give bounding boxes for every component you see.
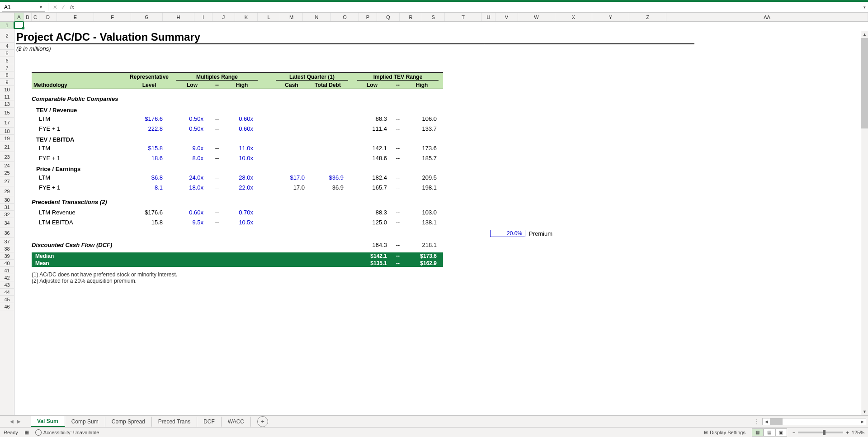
col-header-AA[interactable]: AA	[666, 13, 868, 21]
col-header-T[interactable]: T	[445, 13, 482, 21]
col-header-W[interactable]: W	[518, 13, 555, 21]
row-header-38[interactable]: 38	[0, 245, 14, 252]
fx-icon[interactable]: fx	[70, 4, 74, 10]
col-header-Y[interactable]: Y	[592, 13, 629, 21]
col-header-E[interactable]: E	[57, 13, 94, 21]
col-header-Z[interactable]: Z	[629, 13, 666, 21]
row-header-9[interactable]: 9	[0, 79, 14, 86]
select-all-corner[interactable]	[0, 13, 14, 21]
col-header-M[interactable]: M	[280, 13, 303, 21]
row-header-17[interactable]: 17	[0, 118, 14, 128]
scroll-thumb[interactable]	[861, 38, 868, 128]
row-header-45[interactable]: 45	[0, 296, 14, 303]
row-header-18[interactable]: 18	[0, 128, 14, 135]
sheet-tab-comp-sum[interactable]: Comp Sum	[65, 417, 105, 427]
zoom-level[interactable]: 125%	[852, 430, 864, 435]
row-header-7[interactable]: 7	[0, 64, 14, 71]
row-header-32[interactable]: 32	[0, 211, 14, 218]
col-header-S[interactable]: S	[422, 13, 445, 21]
view-normal-button[interactable]: ▦	[752, 428, 764, 437]
name-box-dropdown-icon[interactable]: ▼	[39, 5, 43, 10]
row-header-13[interactable]: 13	[0, 100, 14, 108]
sheet-tab-wacc[interactable]: WACC	[222, 417, 251, 427]
sheet-tab-comp-spread[interactable]: Comp Spread	[105, 417, 152, 427]
row-header-19[interactable]: 19	[0, 135, 14, 142]
col-header-J[interactable]: J	[212, 13, 235, 21]
tab-options-icon[interactable]: ⋮	[754, 418, 760, 425]
row-header-25[interactable]: 25	[0, 169, 14, 176]
row-header-43[interactable]: 43	[0, 281, 14, 289]
row-header-21[interactable]: 21	[0, 142, 14, 152]
sheet-tab-preced-trans[interactable]: Preced Trans	[152, 417, 197, 427]
row-header-42[interactable]: 42	[0, 274, 14, 281]
row-header-29[interactable]: 29	[0, 186, 14, 196]
scroll-track[interactable]	[861, 38, 868, 408]
row-header-34[interactable]: 34	[0, 218, 14, 228]
col-header-H[interactable]: H	[163, 13, 194, 21]
row-header-27[interactable]: 27	[0, 176, 14, 186]
col-header-G[interactable]: G	[131, 13, 163, 21]
tab-next-icon[interactable]: ▶	[17, 419, 21, 424]
row-header-30[interactable]: 30	[0, 196, 14, 204]
col-header-R[interactable]: R	[400, 13, 422, 21]
col-header-K[interactable]: K	[235, 13, 258, 21]
display-settings-button[interactable]: 🖥 Display Settings	[703, 430, 745, 435]
row-header-37[interactable]: 37	[0, 238, 14, 245]
row-header-31[interactable]: 31	[0, 204, 14, 211]
premium-input[interactable]: 20.0%	[490, 230, 525, 237]
row-header-6[interactable]: 6	[0, 57, 14, 64]
hscroll-thumb[interactable]	[770, 418, 783, 425]
view-page-break-button[interactable]: ▣	[775, 428, 787, 437]
zoom-thumb[interactable]	[823, 430, 826, 435]
scroll-up-icon[interactable]: ▲	[861, 31, 868, 38]
row-header-44[interactable]: 44	[0, 289, 14, 296]
vertical-scrollbar[interactable]: ▲ ▼	[861, 31, 868, 415]
col-header-L[interactable]: L	[258, 13, 280, 21]
row-header-41[interactable]: 41	[0, 267, 14, 274]
scroll-down-icon[interactable]: ▼	[861, 408, 868, 415]
formula-input[interactable]	[77, 3, 861, 12]
row-header-46[interactable]: 46	[0, 303, 14, 310]
col-header-C[interactable]: C	[32, 13, 39, 21]
col-header-I[interactable]: I	[194, 13, 212, 21]
tab-prev-icon[interactable]: ◀	[10, 419, 14, 424]
row-header-10[interactable]: 10	[0, 86, 14, 93]
col-header-D[interactable]: D	[39, 13, 57, 21]
row-header-2[interactable]: 2	[0, 29, 14, 43]
row-header-36[interactable]: 36	[0, 228, 14, 238]
col-header-P[interactable]: P	[359, 13, 377, 21]
scroll-left-icon[interactable]: ◀	[763, 419, 770, 424]
sheet-tab-dcf[interactable]: DCF	[197, 417, 222, 427]
cancel-icon[interactable]: ✕	[51, 3, 59, 11]
horizontal-scrollbar[interactable]: ◀ ▶	[762, 418, 866, 425]
view-page-layout-button[interactable]: ▤	[764, 428, 775, 437]
name-box[interactable]: A1 ▼	[2, 3, 45, 12]
col-header-A[interactable]: A	[14, 13, 24, 21]
confirm-icon[interactable]: ✓	[59, 3, 67, 11]
status-accessibility[interactable]: Accessibility: Unavailable	[35, 429, 99, 436]
col-header-F[interactable]: F	[94, 13, 131, 21]
col-header-U[interactable]: U	[482, 13, 495, 21]
row-header-11[interactable]: 11	[0, 93, 14, 100]
row-header-1[interactable]: 1	[0, 22, 14, 29]
hscroll-track[interactable]	[770, 418, 859, 425]
status-macro-icon[interactable]: ▦	[24, 429, 29, 435]
row-header-15[interactable]: 15	[0, 108, 14, 118]
zoom-out-icon[interactable]: −	[793, 430, 795, 435]
col-header-X[interactable]: X	[555, 13, 592, 21]
row-header-40[interactable]: 40	[0, 260, 14, 267]
new-sheet-button[interactable]: +	[257, 416, 268, 427]
col-header-O[interactable]: O	[331, 13, 359, 21]
col-header-Q[interactable]: Q	[377, 13, 400, 21]
col-header-B[interactable]: B	[24, 13, 32, 21]
row-header-8[interactable]: 8	[0, 71, 14, 79]
row-header-4[interactable]: 4	[0, 43, 14, 50]
row-header-39[interactable]: 39	[0, 252, 14, 260]
row-header-23[interactable]: 23	[0, 152, 14, 162]
zoom-in-icon[interactable]: +	[846, 430, 849, 435]
formula-expand-icon[interactable]: ▾	[861, 5, 868, 10]
zoom-control[interactable]: − + 125%	[793, 430, 864, 435]
scroll-right-icon[interactable]: ▶	[859, 419, 866, 424]
row-header-24[interactable]: 24	[0, 162, 14, 169]
sheet-tab-val-sum[interactable]: Val Sum	[31, 416, 65, 427]
